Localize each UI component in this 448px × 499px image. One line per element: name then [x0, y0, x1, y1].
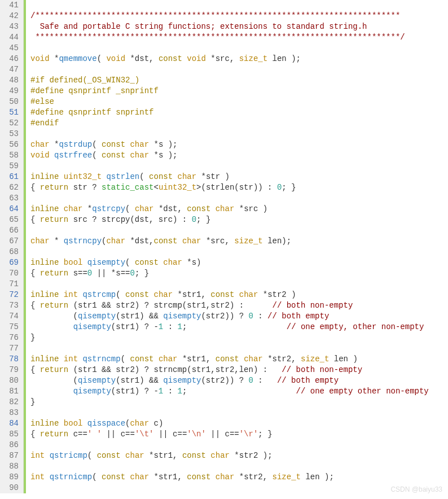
token: ;	[182, 387, 296, 396]
token: qstrncpy	[64, 237, 102, 246]
code-line[interactable]: inline bool qisempty( const char *s)	[30, 257, 429, 268]
code-line[interactable]: #endif	[30, 118, 429, 129]
token	[45, 451, 49, 460]
code-line[interactable]	[30, 408, 429, 418]
token: #if	[30, 76, 45, 85]
token: len )	[329, 354, 357, 364]
token: char	[244, 354, 263, 364]
code-line[interactable]: void *qmemmove( void *dst, const void *s…	[30, 54, 429, 64]
token: {	[30, 215, 40, 224]
code-line[interactable]	[30, 43, 429, 54]
token: const	[102, 472, 125, 482]
token: char	[216, 204, 235, 213]
line-number: 80	[5, 375, 20, 386]
code-line[interactable]	[30, 0, 429, 11]
code-line[interactable]	[30, 225, 429, 236]
code-line[interactable]: inline uint32_t qstrlen( const char *str…	[30, 172, 429, 182]
code-line[interactable]: { return (str1 && str2) ? strcmp(str1,st…	[30, 300, 429, 311]
code-line[interactable]: (qisempty(str1) && qisempty(str2)) ? 0 :…	[30, 311, 429, 322]
code-line[interactable]: int qstrnicmp( const char *str1, const c…	[30, 472, 429, 483]
token: const	[135, 258, 159, 267]
code-line[interactable]: #else	[30, 97, 429, 107]
token	[234, 290, 239, 299]
token: inline	[30, 290, 59, 299]
token: return	[40, 430, 68, 439]
code-line[interactable]: ****************************************…	[30, 32, 429, 43]
code-line[interactable]	[30, 343, 429, 354]
token: *str1,	[149, 472, 187, 482]
line-number: 70	[5, 268, 20, 279]
code-line[interactable]: (qisempty(str1) && qisempty(str2)) ? 0 :…	[30, 375, 429, 386]
code-line[interactable]: qisempty(str1) ? -1 : 1; // one empty ot…	[30, 386, 429, 397]
token: // both empty	[277, 376, 339, 385]
token: || c==	[153, 430, 187, 439]
token: (str1) &&	[116, 376, 163, 385]
token	[30, 322, 73, 331]
code-line[interactable]: inline int qstrncmp( const char *str1, c…	[30, 354, 429, 365]
token: :	[253, 376, 277, 385]
code-line[interactable]: { return c==' ' || c=='\t' || c=='\n' ||…	[30, 429, 429, 440]
code-line[interactable]	[30, 161, 429, 172]
token	[82, 258, 87, 267]
token: // both non-empty	[282, 365, 362, 374]
token: c)	[149, 419, 163, 428]
code-line[interactable]: }	[30, 332, 429, 343]
token	[50, 151, 54, 160]
token: const	[97, 451, 121, 460]
code-line[interactable]: inline int qstrcmp( const char *str1, co…	[30, 290, 429, 300]
code-line[interactable]: char * qstrncpy(char *dst,const char *sr…	[30, 236, 429, 247]
token: *str1,	[144, 451, 182, 460]
token: {	[30, 301, 40, 310]
token: return	[40, 365, 68, 374]
line-number: 50	[5, 97, 20, 107]
code-line[interactable]: #if defined(_OS_WIN32_)	[30, 75, 429, 86]
line-number: 46	[5, 54, 20, 64]
code-line[interactable]	[30, 461, 429, 472]
token: char	[216, 472, 235, 482]
code-line[interactable]: { return src ? strcpy(dst, src) : 0; }	[30, 215, 429, 225]
code-line[interactable]: Safe and portable C string functions; ex…	[30, 21, 429, 32]
code-line[interactable]: qisempty(str1) ? -1 : 1; // one empty, o…	[30, 322, 429, 332]
code-line[interactable]: char *qstrdup( const char *s );	[30, 139, 429, 150]
code-line[interactable]: }	[30, 397, 429, 408]
line-number: 81	[5, 386, 20, 397]
code-line[interactable]: #define qsnprintf _snprintf	[30, 86, 429, 97]
code-line[interactable]: #define qsnprintf snprintf	[30, 107, 429, 118]
code-content[interactable]: /***************************************…	[26, 0, 429, 493]
code-line[interactable]: { return s==0 || *s==0; }	[30, 268, 429, 279]
line-number: 78	[5, 354, 20, 365]
code-line[interactable]: inline bool qisspace(char c)	[30, 418, 429, 429]
token: (	[87, 451, 97, 460]
code-line[interactable]: int qstricmp( const char *str1, const ch…	[30, 450, 429, 461]
code-line[interactable]	[30, 483, 429, 493]
code-line[interactable]	[30, 129, 429, 139]
token: *str2,	[234, 472, 272, 482]
code-line[interactable]: inline char *qstrcpy( char *dst, const c…	[30, 204, 429, 215]
line-number: 58	[5, 150, 20, 161]
line-number: 52	[5, 118, 20, 129]
code-line[interactable]: void qstrfree( const char *s );	[30, 150, 429, 161]
code-line[interactable]	[30, 440, 429, 450]
code-line[interactable]	[30, 193, 429, 204]
token: char	[163, 258, 182, 267]
token: #endif	[30, 119, 59, 128]
code-line[interactable]	[30, 64, 429, 75]
code-line[interactable]	[30, 279, 429, 290]
token: (	[139, 172, 149, 181]
token: inline	[30, 419, 59, 428]
token: len );	[301, 472, 334, 482]
token: Safe and portable C string functions; ex…	[30, 22, 367, 31]
code-line[interactable]: /***************************************…	[30, 11, 429, 21]
code-line[interactable]	[30, 247, 429, 257]
token: void	[30, 151, 50, 160]
token: char	[64, 204, 83, 213]
token	[178, 237, 182, 246]
token	[59, 290, 63, 299]
code-line[interactable]: { return (str1 && str2) ? strncmp(str1,s…	[30, 365, 429, 375]
token: (str1) ? -	[111, 322, 159, 331]
line-number: 86	[5, 440, 20, 450]
token: :	[163, 387, 177, 396]
token: char	[130, 140, 149, 149]
line-number: 87	[5, 450, 20, 461]
code-line[interactable]: { return str ? static_cast<uint32_t>(str…	[30, 182, 429, 193]
